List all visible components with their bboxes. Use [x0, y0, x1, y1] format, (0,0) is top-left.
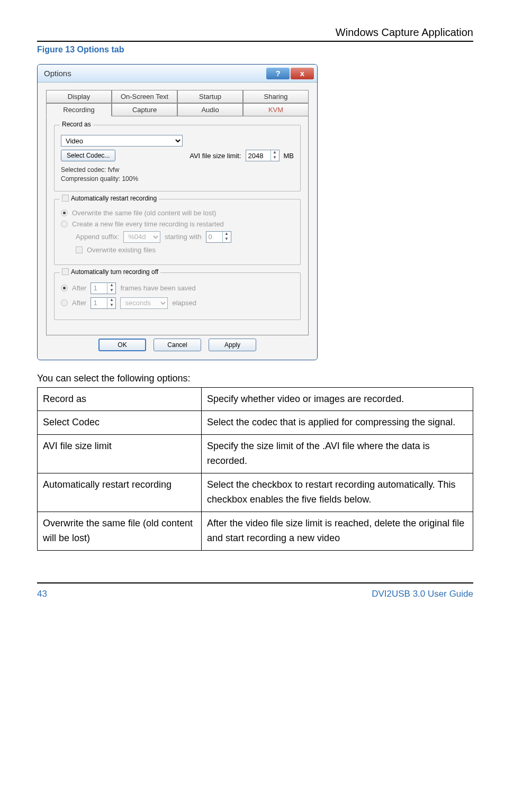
create-new-file-label: Create a new file every time recording i… — [72, 220, 224, 228]
record-as-combo[interactable]: Video — [61, 135, 183, 147]
opt-name: Automatically restart recording — [38, 473, 202, 512]
avi-limit-input[interactable] — [246, 150, 270, 161]
cancel-button[interactable]: Cancel — [154, 339, 201, 351]
tab-audio[interactable]: Audio — [177, 103, 243, 116]
page-number: 43 — [37, 589, 47, 599]
avi-limit-label: AVI file size limit: — [190, 152, 241, 160]
tab-display[interactable]: Display — [46, 90, 112, 103]
apply-button[interactable]: Apply — [209, 339, 256, 351]
record-as-label: Record as — [62, 121, 91, 128]
after-seconds-spinner[interactable]: ▲▼ — [91, 297, 116, 309]
auto-off-group: Automatically turn recording off After ▲… — [54, 272, 301, 320]
table-intro: You can select the following options: — [37, 373, 473, 384]
after-frames-radio[interactable] — [61, 285, 68, 291]
overwrite-existing-label: Overwrite existing files — [87, 246, 156, 254]
after-frames-label: After — [72, 284, 86, 292]
chevron-down-icon[interactable]: ▼ — [222, 237, 231, 242]
ok-button[interactable]: OK — [98, 339, 146, 351]
avi-limit-unit: MB — [284, 152, 294, 160]
chevron-down-icon[interactable]: ▼ — [107, 288, 115, 294]
overwrite-existing-checkbox[interactable] — [76, 247, 83, 253]
table-row: Record as Specify whether video or image… — [38, 387, 473, 411]
opt-desc: Specify the size limit of the .AVI file … — [202, 435, 473, 473]
opt-desc: Specify whether video or images are reco… — [202, 387, 473, 411]
avi-limit-spinner[interactable]: ▲▼ — [246, 150, 279, 161]
codec-info-line2: Compression quality: 100% — [61, 175, 294, 184]
options-dialog: Options ? x Display On-Screen Text Start… — [37, 64, 318, 360]
chevron-down-icon[interactable]: ▼ — [107, 303, 115, 308]
opt-desc: Select the checkbox to restart recording… — [202, 473, 473, 512]
select-codec-button[interactable]: Select Codec... — [61, 150, 115, 161]
append-suffix-combo[interactable]: %04d — [123, 231, 160, 243]
after-seconds-label: After — [72, 299, 86, 307]
after-frames-text: frames have been saved — [120, 284, 195, 292]
elapsed-label: elapsed — [172, 299, 196, 307]
overwrite-same-file-label: Overwrite the same file (old content wil… — [72, 209, 216, 217]
starting-with-label: starting with — [165, 233, 201, 241]
help-icon[interactable]: ? — [266, 68, 290, 79]
opt-name: Select Codec — [38, 411, 202, 435]
opt-name: Record as — [38, 387, 202, 411]
close-icon[interactable]: x — [291, 68, 314, 79]
chevron-down-icon[interactable]: ▼ — [270, 156, 279, 161]
figure-caption: Figure 13 Options tab — [37, 45, 473, 54]
table-row: Overwrite the same file (old content wil… — [38, 512, 473, 550]
tab-startup[interactable]: Startup — [177, 90, 243, 103]
starting-with-spinner[interactable]: ▲▼ — [206, 231, 231, 243]
titlebar: Options ? x — [38, 65, 317, 83]
tab-kvm[interactable]: KVM — [243, 103, 309, 116]
table-row: Automatically restart recording Select t… — [38, 473, 473, 512]
opt-name: Overwrite the same file (old content wil… — [38, 512, 202, 550]
table-row: Select Codec Select the codec that is ap… — [38, 411, 473, 435]
auto-off-label: Automatically turn recording off — [71, 268, 158, 276]
opt-desc: Select the codec that is applied for com… — [202, 411, 473, 435]
dialog-title: Options — [44, 69, 71, 78]
after-seconds-radio[interactable] — [61, 299, 68, 306]
tab-capture[interactable]: Capture — [112, 103, 177, 116]
codec-info-line1: Selected codec: fvfw — [61, 166, 294, 175]
create-new-file-radio[interactable] — [61, 221, 68, 227]
page-footer: 43 DVI2USB 3.0 User Guide — [37, 582, 473, 599]
after-frames-input[interactable] — [91, 283, 107, 294]
time-unit-combo[interactable]: seconds — [120, 297, 168, 309]
guide-title: DVI2USB 3.0 User Guide — [372, 589, 473, 599]
auto-restart-checkbox[interactable] — [62, 195, 69, 202]
options-table: Record as Specify whether video or image… — [37, 387, 473, 551]
append-suffix-label: Append suffix: — [76, 233, 119, 241]
auto-restart-group: Automatically restart recording Overwrit… — [54, 199, 301, 265]
tab-recording[interactable]: Recording — [46, 103, 112, 116]
recording-panel: Record as Video Select Codec... AVI file… — [46, 116, 309, 335]
auto-off-checkbox[interactable] — [62, 268, 69, 275]
after-frames-spinner[interactable]: ▲▼ — [91, 282, 116, 294]
page-header-title: Windows Capture Application — [37, 26, 473, 42]
auto-restart-label: Automatically restart recording — [71, 195, 157, 202]
overwrite-same-file-radio[interactable] — [61, 209, 68, 216]
after-seconds-input[interactable] — [91, 298, 107, 308]
record-as-group: Record as Video Select Codec... AVI file… — [54, 125, 301, 191]
starting-with-input[interactable] — [206, 232, 222, 242]
tab-onscreen-text[interactable]: On-Screen Text — [112, 90, 177, 103]
tab-sharing[interactable]: Sharing — [243, 90, 309, 103]
opt-desc: After the video file size limit is reach… — [202, 512, 473, 550]
opt-name: AVI file size limit — [38, 435, 202, 473]
table-row: AVI file size limit Specify the size lim… — [38, 435, 473, 473]
